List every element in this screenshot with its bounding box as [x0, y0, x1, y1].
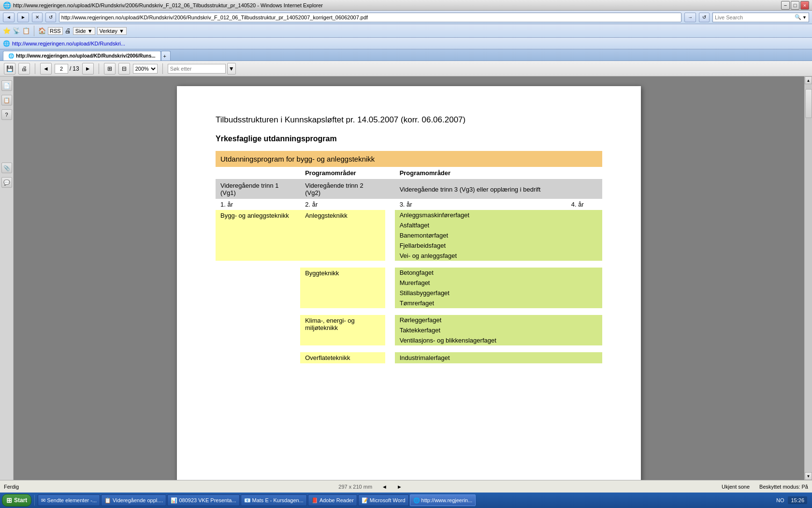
taskbar-item-label-0: Sendte elementer -...	[47, 497, 97, 503]
year-3: 3. år	[395, 199, 566, 210]
vg3-bygg-year-3	[566, 288, 602, 298]
forward-button[interactable]: ►	[17, 13, 29, 22]
table-row: Ventilasjons- og blikkenslagerfaget	[216, 335, 602, 345]
tools-menu[interactable]: Verktøy ▼	[97, 27, 127, 35]
scrollbar-track[interactable]	[805, 84, 812, 472]
pdf-fit-page-button[interactable]: ⊞	[104, 63, 116, 75]
status-zone: Ukjent sone	[722, 484, 750, 490]
sidebar-bookmarks-icon[interactable]: 📋	[1, 95, 12, 105]
maximize-button[interactable]: □	[791, 1, 799, 10]
search-dropdown-icon[interactable]: ▼	[802, 15, 807, 20]
table-row: Klima-, energi- og miljøteknikk Rørlegge…	[216, 315, 602, 325]
start-windows-icon: ⊞	[6, 496, 12, 504]
table-row: Overflateteknikk Industrimalerfaget	[216, 352, 602, 363]
pdf-save-button[interactable]: 💾	[4, 63, 15, 75]
level-row: Videregående trinn 1 (Vg1) Videregående …	[216, 179, 602, 199]
status-dimensions: 297 x 210 mm	[338, 484, 372, 490]
status-scroll-left[interactable]: ◄	[382, 484, 387, 490]
vg3-bygg-1: Betongfaget	[395, 268, 566, 278]
vg3-bygg-4: Tømrerfaget	[395, 298, 566, 308]
col-header-spacer	[385, 167, 395, 179]
minimize-button[interactable]: −	[781, 1, 790, 10]
document-title: Tilbudsstrukturen i Kunnskapsløftet pr. …	[216, 115, 602, 125]
page-menu[interactable]: Side ▼	[73, 27, 95, 35]
spacer-row-2	[216, 308, 602, 315]
page-separator: /	[70, 65, 71, 72]
pdf-toolbar: 💾 🖨 ◄ / 13 ► ⊞ ⊟ 50% 75% 100% 125% 150% …	[0, 61, 812, 76]
refresh-button[interactable]: ↺	[45, 13, 56, 22]
taskbar-item-2[interactable]: 📊 080923 VKE Presenta...	[167, 494, 239, 506]
vg3-bygg-year-1	[566, 268, 602, 278]
rss-icon[interactable]: RSS	[48, 27, 63, 35]
print-icon[interactable]: 🖨	[65, 27, 71, 34]
live-search-input[interactable]	[715, 15, 794, 20]
level-vg2: Videregående trinn 2 (Vg2)	[300, 179, 385, 199]
back-button[interactable]: ◄	[3, 13, 14, 22]
search-input[interactable]	[168, 64, 226, 74]
taskbar-item-5[interactable]: 📝 Microsoft Word	[358, 494, 409, 506]
ie-history-icon[interactable]: 📋	[22, 27, 30, 34]
taskbar-item-1[interactable]: 📋 Videregående oppl....	[101, 494, 166, 506]
address-input[interactable]	[59, 13, 682, 22]
pdf-prev-button[interactable]: ◄	[40, 63, 52, 75]
title-bar: 🌐 http://www.regjeringen.no/upload/KD/Ru…	[0, 0, 812, 11]
refresh-button2[interactable]: ↺	[699, 13, 710, 22]
sidebar-help-icon[interactable]: ?	[1, 109, 12, 120]
vg3-3: Banemontørfaget	[395, 230, 566, 240]
table-header-row: Utdanningsprogram for bygg- og anleggste…	[216, 151, 602, 167]
live-search-box: 🔍 ▼	[712, 13, 809, 22]
taskbar-item-icon-5: 📝	[362, 497, 368, 504]
new-tab-button[interactable]: +	[161, 51, 171, 60]
year-2: 2. år	[300, 199, 385, 210]
scroll-down-button[interactable]: ▼	[805, 472, 812, 480]
home-icon[interactable]: 🏠	[38, 27, 46, 34]
pdf-content[interactable]: Tilbudsstrukturen i Kunnskapsløftet pr. …	[14, 76, 804, 480]
taskbar-item-0[interactable]: ✉ Sendte elementer -...	[38, 494, 100, 506]
go-button[interactable]: →	[684, 13, 696, 22]
status-scroll-right[interactable]: ►	[397, 484, 402, 490]
taskbar-item-label-3: Mats E - Kursdagen...	[252, 497, 304, 503]
taskbar-item-icon-4: 📕	[311, 497, 318, 504]
ie-feeds-icon[interactable]: 📡	[13, 27, 20, 34]
taskbar-item-label-1: Videregående oppl....	[113, 497, 163, 503]
sidebar-attach-icon[interactable]: 📎	[1, 163, 12, 173]
taskbar-item-6[interactable]: 🌐 http://www.regjeerin...	[410, 494, 476, 506]
spacer-row-3	[216, 345, 602, 352]
pdf-next-button[interactable]: ►	[82, 63, 94, 75]
education-table: Utdanningsprogram for bygg- og anleggste…	[216, 151, 602, 363]
close-button[interactable]: ×	[800, 1, 809, 10]
vg3-klima-year-3	[566, 335, 602, 345]
page-number-input[interactable]	[55, 64, 68, 74]
zoom-select[interactable]: 50% 75% 100% 125% 150% 200% 400%	[133, 64, 158, 74]
scroll-up-button[interactable]: ▲	[805, 76, 812, 84]
vg2-bygg: Byggteknikk	[300, 268, 385, 308]
stop-button[interactable]: ✕	[32, 13, 43, 22]
taskbar-item-4[interactable]: 📕 Adobe Reader	[308, 494, 357, 506]
taskbar-item-3[interactable]: 📧 Mats E - Kursdagen...	[241, 494, 307, 506]
start-label: Start	[14, 497, 27, 504]
search-dropdown-button[interactable]: ▼	[227, 63, 236, 75]
pdf-fit-width-button[interactable]: ⊟	[118, 63, 130, 75]
scrollbar-thumb[interactable]	[805, 89, 812, 118]
vg3-5: Vei- og anleggsfaget	[395, 251, 566, 261]
right-scrollbar[interactable]: ▲ ▼	[804, 76, 812, 480]
status-protect: Beskyttet modus: På	[759, 484, 808, 490]
start-button[interactable]: ⊞ Start	[2, 494, 31, 507]
vg3-year-1	[566, 210, 602, 220]
sidebar-page-icon[interactable]: 📄	[1, 80, 12, 91]
ie-toolbar: ⭐ 📡 📋 🏠 RSS 🖨 Side ▼ Verktøy ▼	[0, 24, 812, 38]
page-icon: 🌐	[3, 40, 10, 47]
table-row: Tømrerfaget	[216, 298, 602, 308]
bookmark-link[interactable]: http://www.regjeringen.no/upload/KD/Rund…	[12, 41, 125, 46]
active-tab[interactable]: 🌐 http://www.regjeringen.no/upload/KD/Ru…	[3, 51, 161, 60]
pdf-print-button[interactable]: 🖨	[18, 63, 30, 75]
table-row: Taktekkerfaget	[216, 325, 602, 335]
taskbar-item-icon-3: 📧	[244, 497, 251, 504]
vg3-klima-2: Taktekkerfaget	[395, 325, 566, 335]
taskbar-lang: NO	[776, 497, 784, 503]
ie-favorites-icon[interactable]: ⭐	[3, 27, 11, 34]
search-box: ▼	[168, 63, 236, 75]
main-layout: 📄 📋 ? 📎 💬 Tilbudsstrukturen i Kunnskapsl…	[0, 76, 812, 480]
sidebar-comment-icon[interactable]: 💬	[1, 177, 12, 188]
vg2-overflate: Overflateteknikk	[300, 352, 385, 363]
